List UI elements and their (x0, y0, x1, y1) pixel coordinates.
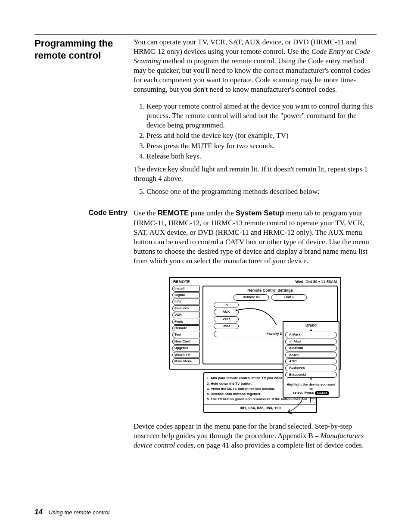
scroll-down-icon[interactable]: ▼ (285, 378, 337, 381)
intro-text: method to program the remote control. Us… (134, 57, 370, 93)
step-item: Keep your remote control aimed at the de… (146, 102, 377, 130)
section-heading: Programming the remote control (34, 37, 129, 61)
page-number: 14 (34, 508, 43, 516)
brand-item-selected[interactable]: ✓Akai (285, 339, 337, 345)
outro-text: on page 41 also provides a complete list… (195, 441, 364, 449)
device-button-vcr[interactable]: VCR (214, 316, 239, 322)
step-item: Press and hold the device key (for examp… (146, 131, 377, 140)
step-item: Press press the MUTE key for two seconds… (146, 141, 377, 151)
side-tab[interactable]: Features (172, 305, 200, 311)
side-tab[interactable]: New Card (172, 339, 200, 345)
code-entry-heading: Code Entry (34, 208, 128, 217)
outro-text: Device codes appear in the menu pane for… (134, 422, 352, 440)
section-block: Programming the remote control You can o… (34, 34, 377, 450)
side-tab[interactable]: Prefs (172, 319, 200, 325)
remote-id-value[interactable]: Unit 1 (271, 294, 307, 300)
ce-system-setup-label: System Setup (236, 209, 284, 217)
side-tab[interactable]: Watch TV (172, 352, 200, 358)
scroll-down-icon[interactable]: ▿ (311, 398, 315, 403)
device-button-dvd[interactable]: DVD (214, 323, 239, 329)
steps-list-1-4: Keep your remote control aimed at the de… (134, 102, 377, 162)
remote-id-label: Remote ID (234, 294, 269, 300)
diagram-header-right: Wed, Oct 30 • 11:53AM (295, 280, 337, 285)
page-footer: 14 Using the remote control (34, 508, 109, 516)
brand-item[interactable]: AOC (285, 358, 337, 364)
brand-selection-panel: Brand ▲ A Mark ✓Akai Amstrad Anam AOC Au… (283, 321, 339, 398)
brand-item[interactable]: Blaupunkt (285, 372, 337, 378)
intro-code-entry: Code Entry (311, 47, 345, 56)
ce-text: Use the (134, 209, 158, 217)
callout-arrow-icon (236, 307, 283, 333)
step-item: Choose one of the programming methods de… (146, 187, 377, 196)
outro-paragraph: Device codes appear in the menu pane for… (134, 422, 377, 450)
remote-setup-diagram: REMOTE Wed, Oct 30 • 11:53AM Install Sig… (134, 277, 377, 413)
brand-help-text: Highlight the device you want to select.… (285, 383, 337, 395)
side-tab[interactable]: Install (172, 286, 200, 292)
diagram-side-tabs: Install Signal Info Features VCR Prefs R… (172, 286, 200, 365)
diagram-pane-title: Remote Control Settings (205, 288, 335, 293)
footer-chapter-title: Using the remote control (49, 509, 110, 516)
after-steps-text: The device key should light and remain l… (134, 165, 377, 184)
horizontal-rule (34, 34, 377, 35)
check-icon: ✓ (289, 339, 292, 344)
device-button-aux[interactable]: AUX (214, 309, 239, 315)
side-tab[interactable]: Info (172, 299, 200, 305)
code-entry-paragraph: Use the REMOTE pane under the System Set… (134, 208, 377, 266)
side-tab[interactable]: Test (172, 332, 200, 338)
brand-panel-title: Brand (285, 323, 337, 328)
side-tab[interactable]: Signal (172, 292, 200, 298)
step-item: Release both keys. (146, 152, 377, 161)
scroll-up-icon[interactable]: ▲ (285, 329, 337, 331)
device-button-tv[interactable]: TV (214, 302, 239, 308)
intro-paragraph: You can operate your TV, VCR, SAT, AUX d… (134, 37, 377, 95)
side-tab-selected[interactable]: Remote (172, 325, 200, 331)
side-tab[interactable]: Main Menu (172, 358, 200, 364)
diagram-header-left: REMOTE (173, 280, 190, 285)
side-tab[interactable]: VCR (172, 312, 200, 318)
brand-item[interactable]: Anam (285, 352, 337, 358)
ce-text: menu tab to program your HRMC-11, HRMC-1… (134, 209, 369, 264)
brand-item[interactable]: A Mark (285, 332, 337, 338)
side-tab[interactable]: Upgrade (172, 345, 200, 351)
steps-list-5: Choose one of the programming methods de… (134, 187, 377, 196)
intro-text: or (345, 47, 355, 56)
brand-item[interactable]: Amstrad (285, 345, 337, 351)
select-button-icon: SELECT (315, 391, 330, 395)
ce-text: pane under the (189, 209, 236, 217)
ce-remote-label: REMOTE (158, 209, 189, 217)
brand-item[interactable]: Audiovox (285, 365, 337, 371)
